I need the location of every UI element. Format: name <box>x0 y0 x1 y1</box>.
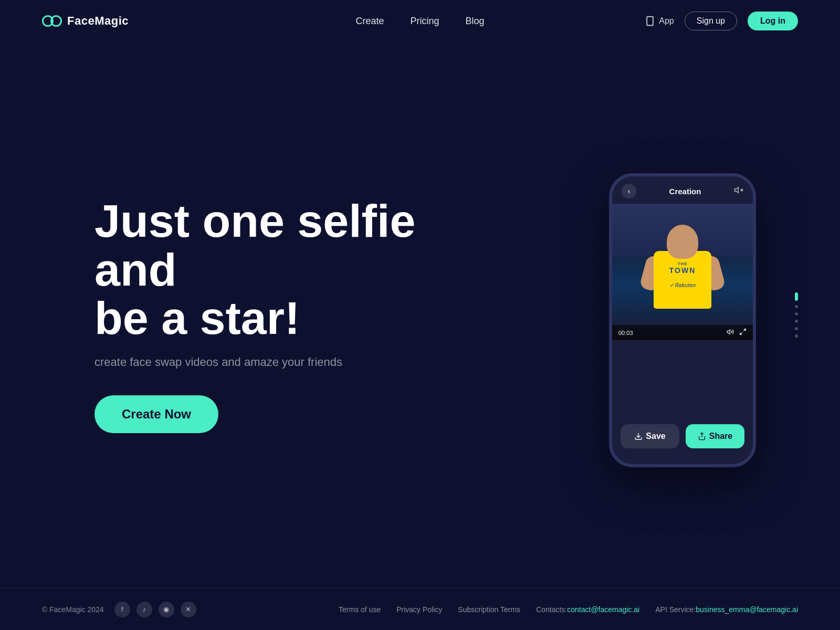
svg-line-7 <box>740 332 742 334</box>
video-control-buttons <box>727 328 747 337</box>
twitter-icon[interactable]: ✕ <box>181 602 196 617</box>
video-volume-button[interactable] <box>727 328 734 337</box>
video-fullscreen-button[interactable] <box>739 328 747 337</box>
copyright: © FaceMagic 2024 <box>42 605 104 614</box>
hero-section: Just one selfie and be a star! create fa… <box>94 197 436 433</box>
footer: © FaceMagic 2024 f ♪ ◉ ✕ Terms of use Pr… <box>0 588 840 630</box>
logo[interactable]: FaceMagic <box>42 14 129 28</box>
phone-mockup: ‹ Creation <box>609 173 756 467</box>
logo-circle-right <box>50 15 62 27</box>
jersey-line1: THE <box>669 261 696 266</box>
slide-dot-4[interactable] <box>795 320 798 323</box>
phone-save-button[interactable]: Save <box>621 424 679 448</box>
svg-marker-5 <box>727 330 730 334</box>
footer-left: © FaceMagic 2024 f ♪ ◉ ✕ <box>42 602 196 617</box>
footer-right: Terms of use Privacy Policy Subscription… <box>339 605 798 614</box>
contacts-label: Contacts:contact@facemagic.ai <box>536 605 639 614</box>
jersey-text: THE TOWN <box>669 261 696 275</box>
phone-mockup-area: ‹ Creation <box>609 173 756 467</box>
nike-logo: ✓ Rakuten <box>669 282 696 288</box>
api-email-link[interactable]: business_emma@facemagic.ai <box>696 605 798 614</box>
instagram-icon[interactable]: ◉ <box>159 602 174 617</box>
hero-title: Just one selfie and be a star! <box>94 197 436 342</box>
svg-line-6 <box>743 329 746 331</box>
login-button[interactable]: Log in <box>748 12 798 30</box>
phone-mute-button[interactable] <box>734 185 743 197</box>
app-label: App <box>659 16 674 26</box>
nav-pricing[interactable]: Pricing <box>410 16 439 27</box>
subscription-terms-link[interactable]: Subscription Terms <box>458 605 520 614</box>
api-service-label: API Service:business_emma@facemagic.ai <box>655 605 798 614</box>
video-controls: 00:03 <box>612 325 753 340</box>
slide-dot-2[interactable] <box>795 305 798 308</box>
phone-header: ‹ Creation <box>612 176 753 204</box>
jersey-line2: TOWN <box>669 266 696 275</box>
player-head <box>667 225 698 259</box>
player-figure: ✓ Rakuten THE TOWN <box>630 225 735 340</box>
svg-rect-0 <box>647 17 653 26</box>
hero-title-line1: Just one selfie and <box>94 195 415 295</box>
slide-dot-5[interactable] <box>795 327 798 330</box>
slide-indicators <box>795 292 798 338</box>
slide-dot-1[interactable] <box>795 292 798 301</box>
tiktok-icon[interactable]: ♪ <box>136 602 152 617</box>
phone-screen-title: Creation <box>669 187 701 196</box>
svg-marker-2 <box>735 187 739 193</box>
contact-email-link[interactable]: contact@facemagic.ai <box>567 605 639 614</box>
nav-blog[interactable]: Blog <box>466 16 485 27</box>
phone-video-area: ✓ Rakuten THE TOWN 00:03 <box>612 204 753 340</box>
smartphone-icon <box>644 15 656 27</box>
hero-title-line2: be a star! <box>94 292 300 344</box>
privacy-policy-link[interactable]: Privacy Policy <box>396 605 442 614</box>
terms-of-use-link[interactable]: Terms of use <box>339 605 381 614</box>
slide-dot-3[interactable] <box>795 312 798 316</box>
video-timestamp: 00:03 <box>618 330 633 336</box>
player-background: ✓ Rakuten THE TOWN <box>612 204 753 340</box>
nav-create[interactable]: Create <box>355 16 384 27</box>
main-content: Just one selfie and be a star! create fa… <box>0 42 840 588</box>
player-jersey: ✓ Rakuten <box>654 251 711 309</box>
phone-action-buttons: Save Share <box>612 416 753 457</box>
header: FaceMagic Create Pricing Blog App Sign u… <box>0 0 840 42</box>
header-right: App Sign up Log in <box>644 12 798 30</box>
nav: Create Pricing Blog <box>355 16 484 27</box>
app-button[interactable]: App <box>644 15 674 27</box>
logo-text: FaceMagic <box>67 14 129 28</box>
hero-subtitle: create face swap videos and amaze your f… <box>94 355 436 369</box>
slide-dot-6[interactable] <box>795 334 798 338</box>
facebook-icon[interactable]: f <box>114 602 130 617</box>
phone-share-button[interactable]: Share <box>686 424 744 448</box>
signup-button[interactable]: Sign up <box>685 12 737 30</box>
social-icons: f ♪ ◉ ✕ <box>114 602 196 617</box>
logo-icon <box>42 15 62 27</box>
phone-back-button[interactable]: ‹ <box>622 184 636 198</box>
create-now-button[interactable]: Create Now <box>94 395 218 433</box>
